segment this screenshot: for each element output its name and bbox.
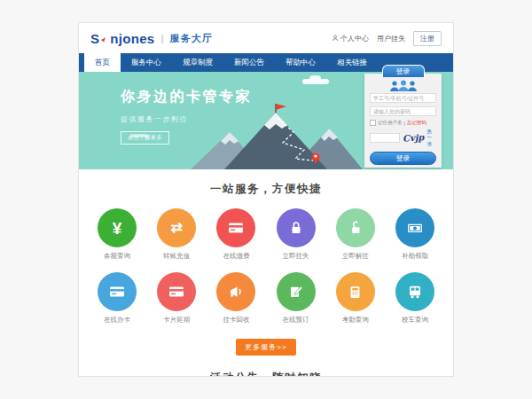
- login-tab[interactable]: 登录: [382, 65, 425, 77]
- service-label: 考勤查询: [335, 316, 376, 325]
- service-item-7[interactable]: 卡片延期: [156, 272, 197, 325]
- lock-icon: [277, 208, 316, 247]
- remember-label: 记住用户名: [378, 120, 403, 126]
- service-item-4[interactable]: 立即解挂: [335, 208, 376, 261]
- service-item-0[interactable]: ¥余额查询: [97, 208, 137, 261]
- services-row-2: 在线办卡卡片延期挂卡回收在线预订考勤查询校车查询: [79, 272, 453, 325]
- cloud-icon: [302, 79, 329, 84]
- services-row-1: ¥余额查询⇄转账充值在线缴费立即挂失立即解挂补助领取: [79, 208, 453, 261]
- captcha-refresh-link[interactable]: 换一张: [426, 129, 436, 147]
- more-services-wrap: 更多服务>>: [79, 337, 453, 356]
- service-label: 在线缴费: [215, 252, 256, 261]
- card-icon: [157, 272, 196, 311]
- service-item-2[interactable]: 在线缴费: [215, 208, 256, 261]
- users-icon: [370, 80, 436, 93]
- nav-item-2[interactable]: 规章制度: [172, 53, 223, 72]
- logo-arrow-icon: [100, 31, 109, 46]
- login-submit-button[interactable]: 登录: [370, 152, 436, 165]
- service-label: 挂卡回收: [215, 316, 256, 325]
- service-item-10[interactable]: 考勤查询: [335, 272, 376, 325]
- service-label: 在线预订: [276, 316, 317, 325]
- logo-divider: |: [160, 33, 163, 43]
- service-label: 校车查询: [395, 316, 435, 325]
- hero-subtitle: 提供服务一步到位: [121, 114, 252, 124]
- calculator-icon: [336, 272, 375, 311]
- top-right-links: 个人中心 用户挂失 注册: [332, 31, 442, 46]
- captcha-input[interactable]: [370, 133, 400, 143]
- service-label: 立即挂失: [276, 252, 317, 261]
- hero-title: 你身边的卡管专家: [121, 88, 252, 106]
- service-item-11[interactable]: 校车查询: [395, 272, 435, 325]
- logo-text-end: njones: [110, 31, 154, 46]
- top-bar: S njones | 服务大厅 个人中心 用户挂失 注册: [79, 23, 453, 53]
- pencil-icon: [277, 272, 316, 311]
- register-button[interactable]: 注册: [413, 31, 442, 46]
- nav-item-0[interactable]: 首页: [84, 53, 121, 72]
- megaphone-icon: [216, 272, 255, 311]
- yuan-icon: ¥: [98, 208, 137, 247]
- service-item-6[interactable]: 在线办卡: [97, 272, 137, 325]
- nav-item-3[interactable]: 新闻公告: [223, 53, 275, 72]
- hero-copy: 你身边的卡管专家 提供服务一步到位 点击了解更多: [121, 88, 252, 145]
- banknote-icon: [395, 208, 434, 247]
- services-title: 一站服务，方便快捷: [79, 182, 453, 197]
- user-loss-report-link[interactable]: 用户挂失: [377, 34, 405, 43]
- service-item-1[interactable]: ⇄转账充值: [156, 208, 197, 261]
- logo-suffix: 服务大厅: [170, 32, 213, 45]
- remember-row: 记住用户名 | 忘记密码: [370, 120, 436, 126]
- login-panel: 登录 记住用户名 | 忘记密码 Cvjp 换一张 登录: [364, 74, 442, 168]
- unlock-icon: [336, 208, 375, 247]
- service-item-8[interactable]: 挂卡回收: [215, 272, 256, 325]
- service-item-9[interactable]: 在线预订: [276, 272, 317, 325]
- nav-item-5[interactable]: 相关链接: [326, 53, 378, 72]
- nav-item-4[interactable]: 帮助中心: [275, 53, 326, 72]
- personal-center-link[interactable]: 个人中心: [332, 34, 369, 43]
- service-label: 转账充值: [156, 252, 197, 261]
- forgot-password-link[interactable]: 忘记密码: [407, 120, 426, 126]
- person-icon: [332, 35, 339, 42]
- service-label: 卡片延期: [156, 316, 197, 325]
- service-item-5[interactable]: 补助领取: [395, 208, 435, 261]
- username-input[interactable]: [370, 93, 436, 103]
- service-label: 立即解挂: [335, 252, 376, 261]
- announcements-title: 活动公告，随时知晓: [79, 371, 453, 377]
- logo-text-start: S: [90, 31, 99, 46]
- remember-checkbox[interactable]: [370, 120, 376, 126]
- separator: |: [404, 121, 405, 126]
- logo[interactable]: S njones | 服务大厅: [90, 31, 213, 46]
- announcements-section: 活动公告，随时知晓 使用指南 最新公告 更多>> 使用指南 更多>>: [79, 371, 453, 377]
- nav-item-1[interactable]: 服务中心: [121, 53, 172, 72]
- service-label: 余额查询: [97, 252, 137, 261]
- captcha-row: Cvjp 换一张: [370, 129, 436, 147]
- password-input[interactable]: [370, 106, 436, 116]
- hero-cta-button[interactable]: 点击了解更多: [121, 131, 169, 145]
- service-label: 补助领取: [395, 252, 435, 261]
- card-icon: [98, 272, 137, 311]
- transfer-icon: ⇄: [157, 208, 196, 247]
- more-services-button[interactable]: 更多服务>>: [236, 339, 295, 356]
- services-section: 一站服务，方便快捷 ¥余额查询⇄转账充值在线缴费立即挂失立即解挂补助领取 在线办…: [79, 169, 453, 356]
- captcha-image: Cvjp: [403, 132, 425, 144]
- card-icon: [216, 208, 255, 247]
- bus-icon: [395, 272, 434, 311]
- page: S njones | 服务大厅 个人中心 用户挂失 注册 首页服务中心规章制度新…: [78, 22, 454, 377]
- service-label: 在线办卡: [97, 316, 137, 325]
- service-item-3[interactable]: 立即挂失: [276, 208, 317, 261]
